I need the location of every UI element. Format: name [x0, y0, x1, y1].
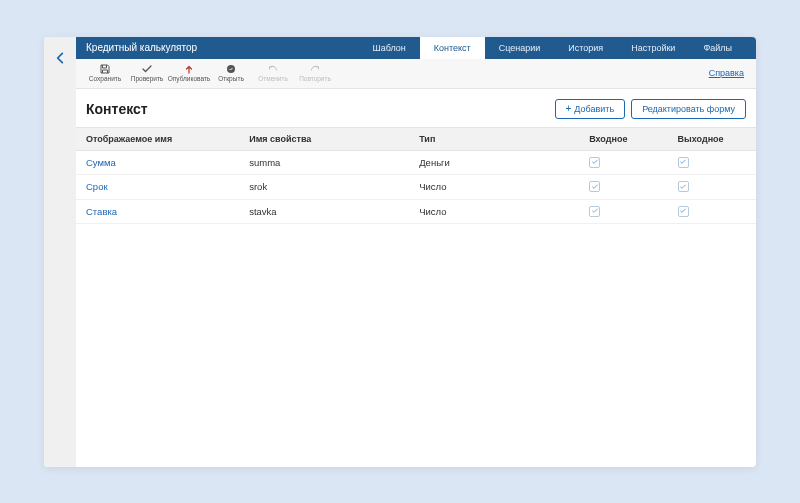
redo-label: Повторить	[299, 76, 331, 83]
edit-form-button-label: Редактировать форму	[642, 104, 735, 114]
check-label: Проверить	[131, 76, 164, 83]
top-nav: ШаблонКонтекстСценарииИсторияНастройкиФа…	[358, 37, 746, 59]
help-link[interactable]: Справка	[709, 68, 748, 78]
row-prop-name: stavka	[239, 199, 409, 224]
nav-tab[interactable]: Файлы	[689, 37, 746, 59]
nav-tab[interactable]: История	[554, 37, 617, 59]
page-title: Контекст	[86, 101, 148, 117]
row-display-name[interactable]: Сумма	[76, 150, 239, 175]
checkbox[interactable]	[589, 157, 600, 168]
row-type: Число	[409, 175, 579, 200]
row-type: Число	[409, 199, 579, 224]
back-button[interactable]	[44, 37, 76, 467]
row-output	[668, 199, 756, 224]
nav-tab[interactable]: Контекст	[420, 37, 485, 59]
checkbox[interactable]	[678, 181, 689, 192]
col-display-name[interactable]: Отображаемое имя	[76, 127, 239, 150]
table-row: СуммаsummaДеньги	[76, 150, 756, 175]
undo-icon	[267, 63, 279, 75]
col-prop-name[interactable]: Имя свойства	[239, 127, 409, 150]
undo-button[interactable]: Отменить	[252, 59, 294, 87]
nav-tab[interactable]: Шаблон	[358, 37, 419, 59]
row-output	[668, 175, 756, 200]
plus-icon: +	[566, 104, 572, 114]
app-window: Кредитный калькулятор ШаблонКонтекстСцен…	[44, 37, 756, 467]
app-title: Кредитный калькулятор	[86, 42, 197, 53]
checkbox[interactable]	[678, 157, 689, 168]
redo-button[interactable]: Повторить	[294, 59, 336, 87]
nav-tab[interactable]: Настройки	[617, 37, 689, 59]
publish-label: Опубликовать	[168, 76, 211, 83]
save-label: Сохранить	[89, 76, 121, 83]
table-row: СтавкаstavkaЧисло	[76, 199, 756, 224]
header-bar: Кредитный калькулятор ШаблонКонтекстСцен…	[76, 37, 756, 59]
row-input	[579, 199, 667, 224]
row-display-name[interactable]: Ставка	[76, 199, 239, 224]
row-type: Деньги	[409, 150, 579, 175]
table-row: СрокsrokЧисло	[76, 175, 756, 200]
publish-button[interactable]: Опубликовать	[168, 59, 210, 87]
open-button[interactable]: Открыть	[210, 59, 252, 87]
nav-tab[interactable]: Сценарии	[485, 37, 555, 59]
publish-icon	[183, 63, 195, 75]
page-header: Контекст + Добавить Редактировать форму	[76, 89, 756, 127]
row-input	[579, 150, 667, 175]
save-icon	[99, 63, 111, 75]
open-label: Открыть	[218, 76, 244, 83]
save-button[interactable]: Сохранить	[84, 59, 126, 87]
main-column: Кредитный калькулятор ШаблонКонтекстСцен…	[76, 37, 756, 467]
col-input[interactable]: Входное	[579, 127, 667, 150]
checkbox[interactable]	[589, 181, 600, 192]
row-input	[579, 175, 667, 200]
add-button-label: Добавить	[574, 104, 614, 114]
chevron-left-icon	[53, 47, 67, 69]
edit-form-button[interactable]: Редактировать форму	[631, 99, 746, 119]
checkbox[interactable]	[678, 206, 689, 217]
context-table: Отображаемое имя Имя свойства Тип Входно…	[76, 127, 756, 225]
toolbar: Сохранить Проверить Опубликовать Открыть	[76, 59, 756, 89]
row-prop-name: srok	[239, 175, 409, 200]
row-display-name[interactable]: Срок	[76, 175, 239, 200]
undo-label: Отменить	[258, 76, 288, 83]
checkbox[interactable]	[589, 206, 600, 217]
add-button[interactable]: + Добавить	[555, 99, 626, 119]
table-header-row: Отображаемое имя Имя свойства Тип Входно…	[76, 127, 756, 150]
col-type[interactable]: Тип	[409, 127, 579, 150]
check-button[interactable]: Проверить	[126, 59, 168, 87]
open-icon	[225, 63, 237, 75]
check-icon	[141, 63, 153, 75]
col-output[interactable]: Выходное	[668, 127, 756, 150]
row-prop-name: summa	[239, 150, 409, 175]
redo-icon	[309, 63, 321, 75]
row-output	[668, 150, 756, 175]
